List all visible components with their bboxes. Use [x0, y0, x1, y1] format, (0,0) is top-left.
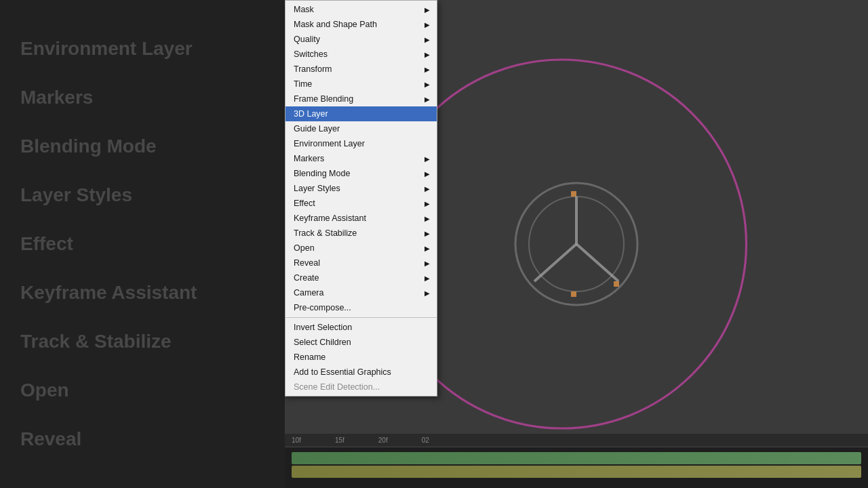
menu-item-switches[interactable]: Switches▶: [285, 47, 437, 62]
menu-item-label: Environment Layer: [294, 139, 365, 148]
menu-item-label: Reveal: [294, 258, 320, 268]
menu-item-mask[interactable]: Mask▶: [285, 2, 437, 17]
bg-label: Environment Layer: [20, 38, 264, 60]
menu-item-3d-layer[interactable]: 3D Layer: [285, 106, 437, 121]
menu-item-open[interactable]: Open▶: [285, 241, 437, 256]
menu-item-label: Quality: [294, 35, 320, 44]
menu-item-time[interactable]: Time▶: [285, 77, 437, 92]
menu-item-effect[interactable]: Effect▶: [285, 196, 437, 211]
bg-label: Reveal: [20, 428, 264, 450]
submenu-arrow-icon: ▶: [425, 274, 430, 282]
bg-label: Blending Mode: [20, 136, 264, 157]
timeline-tracks: [285, 447, 868, 483]
menu-item-label: Frame Blending: [294, 94, 353, 104]
menu-item-track-stabilize[interactable]: Track & Stabilize▶: [285, 226, 437, 241]
submenu-arrow-icon: ▶: [425, 200, 430, 207]
submenu-arrow-icon: ▶: [425, 6, 430, 14]
menu-item-label: Transform: [294, 64, 332, 74]
menu-item-environment-layer[interactable]: Environment Layer: [285, 136, 437, 151]
menu-item-camera[interactable]: Camera▶: [285, 285, 437, 300]
submenu-arrow-icon: ▶: [425, 96, 430, 103]
ruler-mark: 20f: [378, 436, 388, 444]
menu-item-layer-styles[interactable]: Layer Styles▶: [285, 181, 437, 196]
menu-item-label: Markers: [294, 154, 324, 163]
submenu-arrow-icon: ▶: [425, 66, 430, 73]
submenu-arrow-icon: ▶: [425, 185, 430, 192]
ruler-mark: 15f: [335, 436, 344, 444]
submenu-arrow-icon: ▶: [425, 81, 430, 88]
submenu-arrow-icon: ▶: [425, 260, 430, 267]
bg-label: Track & Stabilize: [20, 331, 264, 352]
menu-item-label: Camera: [294, 288, 323, 298]
menu-item-keyframe-assistant[interactable]: Keyframe Assistant▶: [285, 211, 437, 226]
ruler-mark: 10f: [292, 436, 301, 444]
submenu-arrow-icon: ▶: [425, 21, 430, 28]
menu-item-quality[interactable]: Quality▶: [285, 32, 437, 47]
bg-label: Layer Styles: [20, 184, 264, 206]
menu-item-label: Effect: [294, 199, 315, 208]
timeline-track-2: [292, 466, 861, 478]
menu-item-label: Guide Layer: [294, 124, 340, 134]
menu-item-frame-blending[interactable]: Frame Blending▶: [285, 92, 437, 106]
menu-item-label: Select Children: [294, 338, 351, 347]
submenu-arrow-icon: ▶: [425, 215, 430, 222]
bg-label: Markers: [20, 87, 264, 108]
menu-item-label: Rename: [294, 352, 326, 362]
menu-item-pre-compose[interactable]: Pre-compose...: [285, 300, 437, 315]
menu-item-label: Track & Stabilize: [294, 228, 357, 238]
menu-item-label: Create: [294, 273, 319, 283]
submenu-arrow-icon: ▶: [425, 155, 430, 163]
submenu-arrow-icon: ▶: [425, 51, 430, 58]
submenu-arrow-icon: ▶: [425, 245, 430, 252]
menu-item-guide-layer[interactable]: Guide Layer: [285, 121, 437, 136]
menu-item-mask-shape-path[interactable]: Mask and Shape Path▶: [285, 17, 437, 32]
menu-item-label: Invert Selection: [294, 323, 352, 332]
menu-item-label: Mask: [294, 5, 314, 14]
bg-left-panel: Environment LayerMarkersBlending ModeLay…: [0, 0, 285, 488]
menu-item-label: Open: [294, 243, 315, 253]
bg-label: Effect: [20, 233, 264, 255]
menu-item-invert-selection[interactable]: Invert Selection: [285, 320, 437, 335]
ruler-mark: 02: [422, 436, 429, 444]
menu-item-label: Keyframe Assistant: [294, 214, 366, 223]
menu-item-label: Pre-compose...: [294, 303, 351, 312]
ruler-marks: 10f15f20f02: [292, 436, 429, 444]
menu-item-label: Time: [294, 79, 312, 89]
timeline-ruler: 10f15f20f02: [285, 434, 868, 447]
menu-item-label: 3D Layer: [294, 109, 328, 119]
menu-item-reveal[interactable]: Reveal▶: [285, 256, 437, 270]
bg-label: Open: [20, 380, 264, 401]
menu-item-add-essential-graphics[interactable]: Add to Essential Graphics: [285, 365, 437, 380]
menu-separator: [285, 317, 437, 318]
menu-item-transform[interactable]: Transform▶: [285, 62, 437, 77]
submenu-arrow-icon: ▶: [425, 230, 430, 237]
submenu-arrow-icon: ▶: [425, 36, 430, 43]
bg-label: Keyframe Assistant: [20, 282, 264, 304]
menu-item-label: Switches: [294, 49, 328, 59]
menu-item-scene-edit-detection: Scene Edit Detection...: [285, 380, 437, 394]
menu-item-label: Layer Styles: [294, 184, 340, 193]
menu-item-label: Blending Mode: [294, 169, 350, 178]
submenu-arrow-icon: ▶: [425, 289, 430, 297]
timeline-track-1: [292, 452, 861, 464]
context-menu: Mask▶Mask and Shape Path▶Quality▶Switche…: [285, 0, 437, 396]
menu-item-label: Add to Essential Graphics: [294, 367, 391, 377]
timeline-area: 10f15f20f02: [285, 434, 868, 488]
menu-item-create[interactable]: Create▶: [285, 270, 437, 285]
menu-item-label: Scene Edit Detection...: [294, 382, 380, 392]
menu-item-markers[interactable]: Markers▶: [285, 151, 437, 166]
menu-item-select-children[interactable]: Select Children: [285, 335, 437, 350]
menu-item-label: Mask and Shape Path: [294, 20, 377, 29]
menu-item-rename[interactable]: Rename: [285, 350, 437, 365]
submenu-arrow-icon: ▶: [425, 170, 430, 178]
menu-item-blending-mode[interactable]: Blending Mode▶: [285, 166, 437, 181]
